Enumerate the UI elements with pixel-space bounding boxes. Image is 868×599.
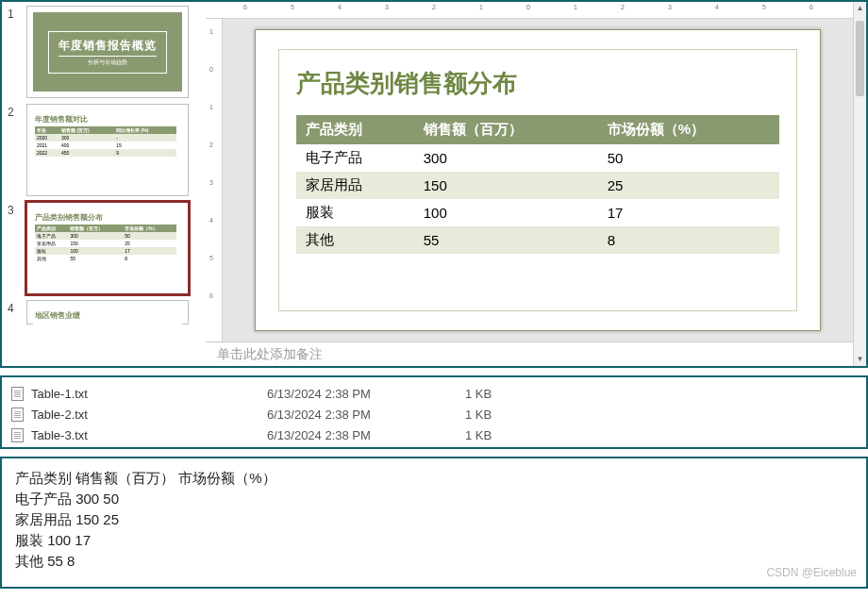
thumbnail-4-row: 4 地区销售业绩 [8,300,200,324]
slide-data-table[interactable]: 产品类别 销售额（百万） 市场份额（%） 电子产品30050 家居用品15025 [296,115,779,254]
thumbnail-2[interactable]: 年度销售额对比 年份销售额 (百万)同比增长率 (%) 2020300- 202… [26,104,189,196]
table-header-sales: 销售额（百万） [414,115,598,144]
file-size: 1 KB [465,408,578,422]
file-modified: 6/13/2024 2:38 PM [267,428,465,442]
table-row: 电子产品30050 [296,144,779,172]
file-modified: 6/13/2024 2:38 PM [267,408,465,422]
thumbnail-1-title: 年度销售报告概览 [58,38,157,57]
file-name: Table-2.txt [31,408,267,422]
slide-title[interactable]: 产品类别销售额分布 [296,67,779,100]
output-header: 产品类别 销售额（百万） 市场份额（%） [15,468,853,489]
file-size: 1 KB [465,387,578,401]
output-row: 服装 100 17 [15,530,853,551]
thumbnail-1-row: 1 年度销售报告概览 分析与市场趋势 [8,6,200,98]
thumbnail-1-number: 1 [8,6,21,21]
file-modified: 6/13/2024 2:38 PM [267,387,465,401]
scroll-thumb[interactable] [856,21,864,96]
vertical-ruler: 1 0 1 2 3 4 5 6 [206,19,223,341]
output-row: 家居用品 150 25 [15,509,853,530]
file-row[interactable]: Table-2.txt 6/13/2024 2:38 PM 1 KB [11,404,860,424]
notes-pane[interactable]: 单击此处添加备注 [206,341,853,366]
thumbnail-2-table: 年份销售额 (百万)同比增长率 (%) 2020300- 202140015 2… [35,126,176,157]
thumbnail-3-number: 3 [8,202,21,217]
thumbnail-1-inner: 年度销售报告概览 分析与市场趋势 [33,12,182,92]
scroll-up-arrow-icon[interactable]: ▲ [854,2,866,15]
notes-placeholder: 单击此处添加备注 [217,346,323,363]
thumbnail-2-number: 2 [8,104,21,119]
scroll-down-arrow-icon[interactable]: ▼ [854,353,866,366]
thumbnail-3-table: 产品类别销售额（百万）市场份额（%） 电子产品30050 家居用品15025 服… [35,225,176,262]
table-row: 家居用品15025 [296,172,779,199]
file-size: 1 KB [465,428,578,442]
thumbnail-4-number: 4 [8,300,21,315]
presentation-panel: 1 年度销售报告概览 分析与市场趋势 2 年度销售额对比 年份销售额 (百万)同… [0,0,868,368]
output-row: 电子产品 300 50 [15,489,853,509]
thumbnail-4-title: 地区销售业绩 [35,310,182,321]
thumbnail-3-title: 产品类别销售额分布 [35,212,182,223]
table-row: 其他558 [296,226,779,254]
slide-editor-area: ▲ ▼ 6 5 4 3 2 1 0 1 2 3 4 5 6 1 0 1 2 3 [206,2,866,366]
vertical-scrollbar[interactable]: ▲ ▼ [853,2,866,366]
table-row: 服装10017 [296,199,779,226]
file-name: Table-3.txt [31,428,267,442]
thumbnail-3-row: 3 产品类别销售额分布 产品类别销售额（百万）市场份额（%） 电子产品30050… [8,202,200,294]
output-row: 其他 55 8 [15,551,853,572]
watermark: CSDN @Eiceblue [766,562,857,583]
thumbnail-2-title: 年度销售额对比 [35,114,182,125]
thumbnail-2-row: 2 年度销售额对比 年份销售额 (百万)同比增长率 (%) 2020300- 2… [8,104,200,196]
files-panel: Table-1.txt 6/13/2024 2:38 PM 1 KB Table… [0,375,868,449]
horizontal-ruler: 6 5 4 3 2 1 0 1 2 3 4 5 6 [206,2,853,19]
current-slide[interactable]: 产品类别销售额分布 产品类别 销售额（百万） 市场份额（%） 电子产品30050 [255,29,821,331]
file-icon [11,428,24,442]
thumbnail-1-subtitle: 分析与市场趋势 [58,58,157,67]
thumbnail-1[interactable]: 年度销售报告概览 分析与市场趋势 [26,6,189,98]
file-icon [11,408,24,422]
slide-canvas[interactable]: 产品类别销售额分布 产品类别 销售额（百万） 市场份额（%） 电子产品30050 [223,19,853,341]
thumbnail-3[interactable]: 产品类别销售额分布 产品类别销售额（百万）市场份额（%） 电子产品30050 家… [26,202,189,294]
table-header-share: 市场份额（%） [598,115,779,144]
table-header-category: 产品类别 [296,115,414,144]
file-row[interactable]: Table-1.txt 6/13/2024 2:38 PM 1 KB [11,383,860,404]
text-output-panel: 产品类别 销售额（百万） 市场份额（%） 电子产品 300 50 家居用品 15… [0,457,868,589]
table-header-row: 产品类别 销售额（百万） 市场份额（%） [296,115,779,144]
file-row[interactable]: Table-3.txt 6/13/2024 2:38 PM 1 KB [11,424,860,445]
file-name: Table-1.txt [31,387,267,401]
slide-thumbnails-pane[interactable]: 1 年度销售报告概览 分析与市场趋势 2 年度销售额对比 年份销售额 (百万)同… [2,2,206,366]
file-icon [11,387,24,401]
thumbnail-4[interactable]: 地区销售业绩 [26,300,189,324]
